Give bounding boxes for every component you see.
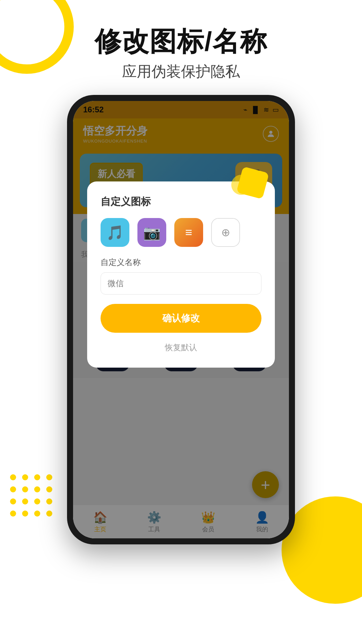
confirm-button[interactable]: 确认修改 (101, 304, 261, 333)
phone-frame: 16:52 ⌁ ▐▌ ≋ ▭ 悟空多开分身 WUKONGDUOKAIFENSHE… (67, 95, 295, 544)
icon-option-music[interactable]: 🎵 (101, 218, 129, 247)
field-label: 自定义名称 (101, 257, 261, 268)
dialog-title: 自定义图标 (101, 195, 261, 209)
sub-title: 应用伪装保护隐私 (0, 62, 362, 82)
list-icon: ≡ (185, 225, 192, 239)
icon-option-camera[interactable]: 📷 (137, 218, 166, 247)
icon-option-add[interactable]: ⊕ (211, 218, 240, 247)
dialog-box: 自定义图标 🎵 📷 ≡ ⊕ (87, 181, 275, 368)
icon-option-app3[interactable]: ≡ (174, 218, 203, 247)
restore-default-button[interactable]: 恢复默认 (101, 339, 261, 356)
dialog-deco-circle (231, 175, 251, 195)
custom-name-input[interactable] (101, 272, 261, 294)
phone-screen: 16:52 ⌁ ▐▌ ≋ ▭ 悟空多开分身 WUKONGDUOKAIFENSHE… (73, 101, 289, 538)
dialog-overlay: 自定义图标 🎵 📷 ≡ ⊕ (73, 101, 289, 538)
music-icon: 🎵 (106, 224, 124, 241)
main-title: 修改图标/名称 (0, 27, 362, 56)
icon-options: 🎵 📷 ≡ ⊕ (101, 218, 261, 247)
phone-wrapper: 16:52 ⌁ ▐▌ ≋ ▭ 悟空多开分身 WUKONGDUOKAIFENSHE… (0, 95, 362, 544)
camera-icon: 📷 (143, 224, 161, 241)
header-section: 修改图标/名称 应用伪装保护隐私 (0, 0, 362, 82)
add-icon: ⊕ (221, 226, 230, 239)
